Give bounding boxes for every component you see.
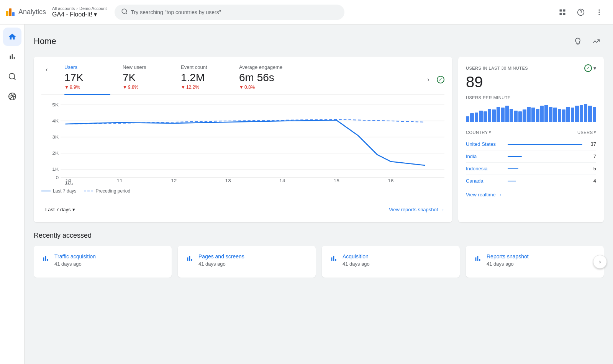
bar-chart-bar (544, 105, 548, 122)
country-row: United States 37 (466, 138, 596, 150)
country-name[interactable]: Indonesia (466, 166, 503, 171)
legend-dashed: Preceding period (84, 188, 130, 194)
account-selector[interactable]: All accounts › Demo Account GA4 - Flood-… (52, 6, 107, 18)
country-row: Indonesia 5 (466, 163, 596, 175)
report-icon (329, 254, 338, 264)
recent-card: Traffic acquisition 41 days ago (34, 246, 172, 277)
chevron-down-icon[interactable]: ▾ (593, 65, 596, 71)
recent-card-header: Traffic acquisition 41 days ago (41, 253, 164, 267)
bar-chart-bar (562, 109, 565, 122)
metrics-prev-arrow[interactable]: ‹ (41, 64, 52, 75)
users-value: 17K (64, 72, 110, 84)
metric-tab-event-count[interactable]: Event count 1.2M ▼ 12.2% (181, 64, 227, 95)
apps-button[interactable] (555, 5, 570, 20)
svg-text:15: 15 (334, 178, 339, 183)
view-reports-link[interactable]: View reports snapshot → (389, 207, 444, 212)
users-change: ▼ 9.9% (64, 85, 110, 90)
new-users-label: New users (123, 64, 169, 70)
top-navigation: Analytics All accounts › Demo Account GA… (0, 0, 613, 24)
metrics-next-arrow[interactable]: › (423, 74, 434, 85)
bar-chart-bar (527, 107, 531, 122)
realtime-card: USERS IN LAST 30 MINUTES ✓ ▾ 89 USERS PE… (458, 57, 604, 222)
header-actions (570, 34, 604, 49)
country-name[interactable]: United States (466, 141, 503, 147)
svg-point-0 (122, 9, 126, 13)
account-breadcrumb: All accounts › Demo Account (52, 6, 107, 11)
sidebar-item-reports[interactable] (3, 47, 21, 66)
realtime-header: USERS IN LAST 30 MINUTES ✓ ▾ (466, 64, 596, 72)
more-menu-button[interactable] (592, 5, 607, 20)
users-column-header[interactable]: USERS ▾ (577, 130, 596, 135)
svg-text:Oct: Oct (66, 182, 74, 185)
country-count: 7 (587, 153, 596, 159)
country-row: India 7 (466, 150, 596, 163)
date-range-button[interactable]: Last 7 days ▾ (41, 204, 79, 215)
country-row: Canada 4 (466, 175, 596, 187)
bar-chart-bar (580, 105, 583, 122)
search-icon (121, 8, 128, 16)
metric-tab-new-users[interactable]: New users 7K ▼ 9.8% (123, 64, 169, 95)
country-column-header[interactable]: COUNTRY ▾ (466, 130, 491, 135)
recent-card-date: 41 days ago (198, 261, 244, 267)
report-icon (185, 254, 194, 264)
engagement-value: 6m 56s (239, 72, 285, 84)
recently-accessed-title: Recently accessed (34, 232, 604, 240)
svg-text:0: 0 (56, 175, 59, 180)
recent-card-title[interactable]: Acquisition (343, 253, 370, 260)
sidebar-item-explore[interactable] (3, 67, 21, 86)
sidebar-item-home[interactable] (3, 28, 21, 46)
logo-icon (6, 8, 15, 16)
property-selector[interactable]: GA4 - Flood-It! ▾ (52, 11, 107, 18)
logo-bar-blue (12, 12, 15, 16)
side-navigation (0, 24, 25, 364)
recent-card-title[interactable]: Reports snapshot (487, 253, 529, 260)
recent-card-title[interactable]: Pages and screens (198, 253, 244, 260)
legend-solid: Last 7 days (41, 188, 76, 194)
country-count: 4 (587, 178, 596, 184)
svg-point-8 (598, 9, 600, 10)
bar-chart-bar (492, 109, 495, 122)
status-indicator: ✓ (437, 76, 444, 83)
down-arrow-icon: ▼ (239, 85, 244, 90)
bar-chart-bar (470, 113, 474, 122)
recent-card-header: Pages and screens 41 days ago (185, 253, 308, 267)
svg-line-1 (126, 13, 127, 14)
sidebar-item-advertising[interactable] (3, 87, 21, 106)
svg-point-9 (598, 11, 600, 13)
svg-text:13: 13 (225, 178, 231, 183)
bar-chart-bar (505, 106, 509, 122)
svg-point-10 (598, 14, 600, 15)
event-count-value: 1.2M (181, 72, 227, 84)
country-name[interactable]: Canada (466, 178, 503, 184)
ideas-button[interactable] (570, 34, 585, 49)
event-count-change: ▼ 12.2% (181, 85, 227, 90)
metric-tab-engagement[interactable]: Average engageme 6m 56s ▼ 0.8% (239, 64, 285, 95)
bar-chart-bar (510, 109, 513, 122)
main-content: Home ‹ Users 17K (25, 24, 613, 364)
search-bar[interactable]: Try searching "top countries by users" (115, 5, 344, 20)
logo-bar-yellow (6, 11, 8, 16)
recent-card-title[interactable]: Traffic acquisition (54, 253, 96, 260)
recent-card-date: 41 days ago (343, 261, 370, 267)
svg-text:14: 14 (279, 178, 285, 183)
scroll-right-arrow[interactable]: › (593, 255, 607, 269)
chevron-down-icon: ▾ (94, 11, 97, 18)
help-button[interactable] (573, 5, 588, 20)
view-realtime-link[interactable]: View realtime → (466, 192, 596, 198)
date-range-label: Last 7 days (45, 207, 71, 212)
engagement-label: Average engageme (239, 64, 285, 70)
metric-tab-users[interactable]: Users 17K ▼ 9.9% (64, 64, 110, 95)
chevron-down-icon: ▾ (594, 130, 597, 135)
realtime-title: USERS IN LAST 30 MINUTES (466, 66, 528, 70)
legend-dashed-label: Preceding period (95, 188, 130, 194)
recent-card: Pages and screens 41 days ago (178, 246, 316, 277)
svg-rect-3 (563, 9, 565, 11)
country-table: COUNTRY ▾ USERS ▾ United States 37 India (466, 128, 596, 187)
recent-card: Reports snapshot 41 days ago (466, 246, 604, 277)
realtime-subtitle: USERS PER MINUTE (466, 95, 596, 100)
svg-text:1K: 1K (52, 167, 59, 171)
realtime-status-dot: ✓ (584, 64, 592, 72)
svg-text:3K: 3K (52, 135, 59, 139)
country-name[interactable]: India (466, 153, 503, 159)
trending-button[interactable] (588, 34, 604, 49)
